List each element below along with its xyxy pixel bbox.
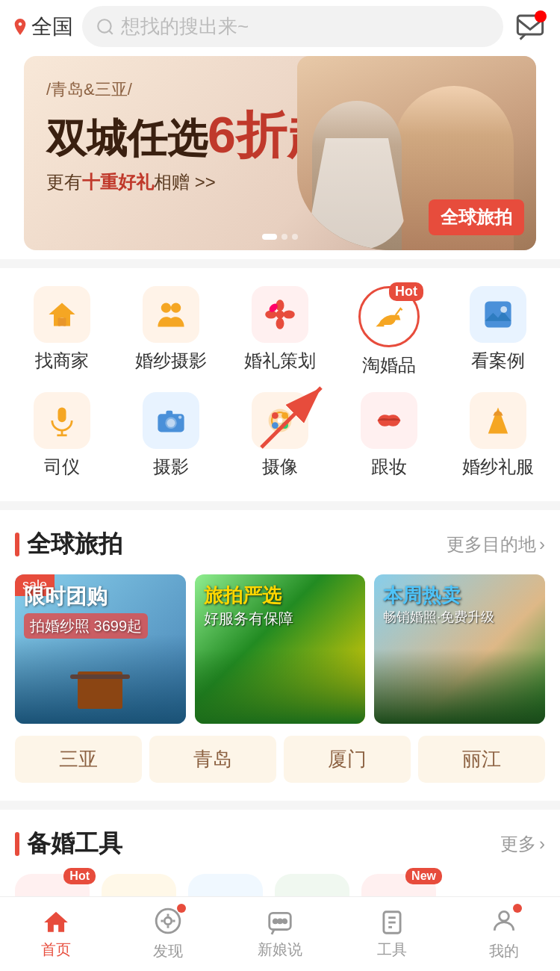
photo-cards: sale 限时团购 拍婚纱照 3699起 旅拍严选 好服务有保障 本周热卖 <box>15 574 545 724</box>
cat-wedding-plan[interactable]: 婚礼策划 <box>239 286 321 377</box>
message-badge <box>535 10 547 22</box>
category-row-2: 司仪 摄影 <box>7 392 553 479</box>
cat-see-cases[interactable]: 看案例 <box>457 286 539 377</box>
banner-promo: 更有十重好礼相赠 >> <box>46 170 337 194</box>
cat-wedding-products[interactable]: Hot 淘婚品 <box>348 286 430 377</box>
dress-icon <box>482 404 514 437</box>
tools-tab-icon <box>377 908 407 937</box>
banner-title: 双城任选6折起 <box>46 107 337 163</box>
global-photo-more[interactable]: 更多目的地 › <box>447 533 545 556</box>
svg-point-50 <box>283 919 287 923</box>
banner-subtitle-location: /青岛&三亚/ <box>46 78 337 101</box>
category-row-1: 找商家 婚纱摄影 <box>7 286 553 377</box>
tab-bar: 首页 发现 新娘说 工具 <box>0 896 560 971</box>
card-label-3: 本周热卖 畅销婚照·免费升级 <box>383 583 494 626</box>
tab-bride-label: 新娘说 <box>258 940 302 960</box>
tab-tools-label: 工具 <box>377 940 407 960</box>
banner-tag[interactable]: 全球旅拍 <box>429 199 524 235</box>
tab-tools[interactable]: 工具 <box>336 908 448 960</box>
hot-badge: Hot <box>389 282 423 301</box>
photo-card-selection[interactable]: 旅拍严选 好服务有保障 <box>195 574 366 724</box>
search-bar[interactable]: 想找的搜出来~ <box>82 6 503 47</box>
photo-frame-icon <box>482 298 514 331</box>
cat-makeup[interactable]: 跟妆 <box>348 392 430 479</box>
tools-more[interactable]: 更多 › <box>500 832 545 856</box>
discover-badge <box>177 904 186 913</box>
tab-xiamen[interactable]: 厦门 <box>284 736 411 783</box>
title-bar-decoration <box>15 533 19 556</box>
cat-wedding-photo[interactable]: 婚纱摄影 <box>130 286 212 377</box>
section-title-global: 全球旅拍 <box>15 528 122 561</box>
photo-card-flash-sale[interactable]: sale 限时团购 拍婚纱照 3699起 <box>15 574 186 724</box>
photo-card-bestseller[interactable]: 本周热卖 畅销婚照·免费升级 <box>374 574 545 724</box>
tab-discover-label: 发现 <box>153 941 183 961</box>
cat-wedding-dress[interactable]: 婚纱礼服 <box>457 392 539 479</box>
section-title-tools: 备婚工具 <box>15 828 122 860</box>
categories-section: 找商家 婚纱摄影 <box>0 268 560 501</box>
svg-point-7 <box>276 317 284 329</box>
camera-icon <box>155 404 187 437</box>
svg-point-4 <box>171 303 181 313</box>
palette-icon <box>264 404 296 437</box>
svg-point-49 <box>279 919 282 923</box>
home-tab-icon <box>41 908 71 937</box>
banner[interactable]: /青岛&三亚/ 双城任选6折起 更有十重好礼相赠 >> 全球旅拍 <box>24 56 536 250</box>
tab-profile[interactable]: 我的 <box>448 907 560 961</box>
tab-bride[interactable]: 新娘说 <box>224 908 336 960</box>
profile-badge <box>513 904 522 913</box>
svg-point-5 <box>276 311 284 319</box>
lips-icon <box>373 404 405 437</box>
global-photo-section: 全球旅拍 更多目的地 › sale 限时团购 拍婚纱照 3699起 旅拍严选 好… <box>0 510 560 801</box>
svg-point-46 <box>164 917 172 925</box>
svg-point-3 <box>161 303 171 313</box>
svg-point-55 <box>500 911 509 921</box>
card-label-1: 限时团购 拍婚纱照 3699起 <box>24 583 148 639</box>
hot-badge-tool-1: Hot <box>63 868 96 884</box>
svg-point-18 <box>167 419 175 427</box>
couple-icon <box>155 298 187 331</box>
svg-point-26 <box>281 422 288 429</box>
cat-videography[interactable]: 摄像 <box>239 392 321 479</box>
location-pin-icon <box>12 17 28 37</box>
banner-dots <box>262 234 298 240</box>
svg-rect-11 <box>485 301 511 327</box>
tab-lijiang[interactable]: 丽江 <box>418 736 545 783</box>
svg-point-24 <box>281 412 288 419</box>
svg-point-20 <box>178 415 181 418</box>
mic-icon <box>46 404 78 437</box>
heels-icon <box>373 300 405 333</box>
svg-rect-13 <box>58 407 66 422</box>
svg-point-25 <box>272 422 279 429</box>
cat-photography[interactable]: 摄影 <box>130 392 212 479</box>
location-button[interactable]: 全国 <box>12 13 73 41</box>
tab-profile-label: 我的 <box>489 941 519 961</box>
svg-point-12 <box>500 306 507 313</box>
location-tabs: 三亚 青岛 厦门 丽江 <box>15 736 545 783</box>
svg-point-48 <box>273 919 277 923</box>
header: 全国 想找的搜出来~ <box>0 0 560 56</box>
tab-home-label: 首页 <box>41 940 71 960</box>
svg-point-45 <box>156 909 180 933</box>
card-label-2: 旅拍严选 好服务有保障 <box>204 583 293 628</box>
search-icon <box>96 17 115 37</box>
svg-rect-2 <box>58 317 66 326</box>
home-icon <box>46 298 78 331</box>
tab-home[interactable]: 首页 <box>0 908 112 960</box>
chat-tab-icon <box>265 908 295 937</box>
svg-point-9 <box>283 311 294 319</box>
cat-mc[interactable]: 司仪 <box>21 392 103 479</box>
title-bar-tools <box>15 832 19 856</box>
svg-point-27 <box>278 418 283 424</box>
tab-qingdao[interactable]: 青岛 <box>149 736 276 783</box>
svg-rect-19 <box>166 411 172 416</box>
svg-point-0 <box>98 19 111 32</box>
svg-point-23 <box>272 412 279 419</box>
cat-find-merchant[interactable]: 找商家 <box>21 286 103 377</box>
tab-sanya[interactable]: 三亚 <box>15 736 142 783</box>
flower-icon <box>264 298 296 331</box>
tab-discover[interactable]: 发现 <box>112 907 224 961</box>
message-button[interactable] <box>512 9 548 45</box>
new-badge-tool-5: New <box>405 868 442 884</box>
